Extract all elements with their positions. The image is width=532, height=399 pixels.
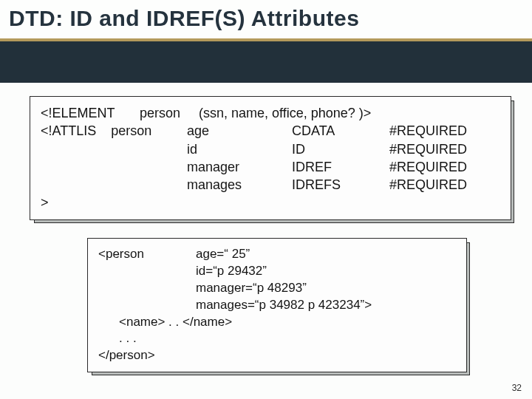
example-attr: age=“ 25” [196,246,456,263]
attr-type: IDREFS [292,176,388,194]
slide-number: 32 [512,383,522,393]
dtd-close: > [41,194,500,211]
example-attr-row: id=“p 29432” [98,263,456,280]
dtd-box: <!ELEMENT person (ssn, name, office, pho… [30,96,511,220]
attlist-row: manager IDREF #REQUIRED [41,158,500,176]
attlist-row: <!ATTLIS person age CDATA #REQUIRED [41,122,500,140]
attlist-row: id ID #REQUIRED [41,140,500,158]
attr-type: ID [292,140,388,158]
example-body: . . . [98,330,456,347]
attr-default: #REQUIRED [389,122,500,140]
example-body: <name> . . </name> [98,314,456,331]
example-box: <person age=“ 25” id=“p 29432” manager=“… [87,238,467,373]
slide-content: <!ELEMENT person (ssn, name, office, pho… [0,83,532,399]
attr-name: manager [187,158,290,176]
keyword-attlist: <!ATTLIS person [41,122,185,140]
example-attr: id=“p 29432” [196,263,456,280]
attr-name: age [187,122,290,140]
example-attr: manages=“p 34982 p 423234”> [196,297,456,314]
example-close-tag: </person> [98,347,456,364]
dtd-code: <!ELEMENT person (ssn, name, office, pho… [30,96,511,220]
attr-default: #REQUIRED [389,176,500,194]
slide-title: DTD: ID and IDREF(S) Attributes [9,6,523,31]
attr-default: #REQUIRED [389,140,500,158]
header-band [0,41,532,83]
attr-type: IDREF [292,158,388,176]
example-code: <person age=“ 25” id=“p 29432” manager=“… [87,238,467,373]
attr-name: manages [187,176,290,194]
example-attr-row: manager=“p 48293” [98,280,456,297]
example-attr-row: manages=“p 34982 p 423234”> [98,297,456,314]
attr-default: #REQUIRED [389,158,500,176]
slide-header: DTD: ID and IDREF(S) Attributes [0,0,532,41]
example-attr: manager=“p 48293” [196,280,456,297]
attr-type: CDATA [292,122,388,140]
example-open-row: <person age=“ 25” [98,246,456,263]
attr-name: id [187,140,290,158]
attlist-row: manages IDREFS #REQUIRED [41,176,500,194]
example-open-tag: <person [98,246,194,263]
element-decl-row: <!ELEMENT person (ssn, name, office, pho… [41,104,500,122]
element-content: (ssn, name, office, phone? )> [199,104,500,122]
